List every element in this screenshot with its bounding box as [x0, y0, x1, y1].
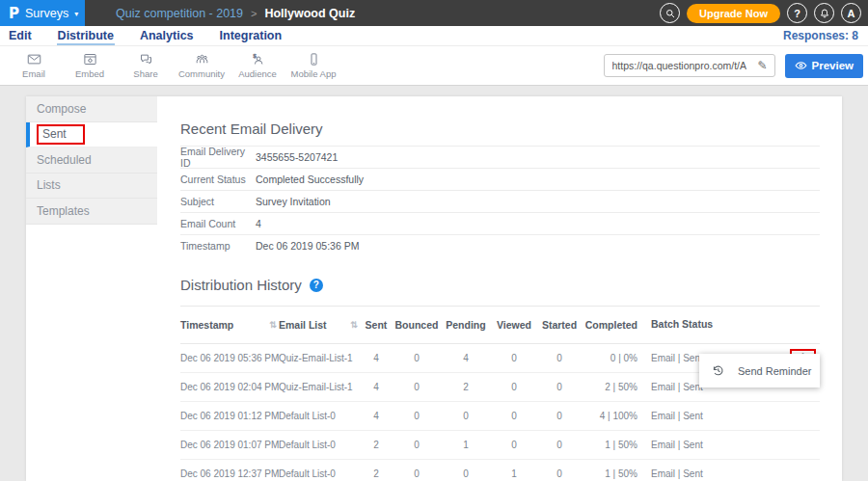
breadcrumb-folder[interactable]: Quiz competition - 2019: [116, 7, 243, 20]
toolbar-item-embed[interactable]: Embed: [62, 52, 118, 79]
cell-viewed: 0: [491, 353, 537, 363]
toolbar-item-label: Mobile App: [290, 68, 336, 79]
responses-count[interactable]: Responses: 8: [783, 29, 858, 42]
cell-bounced: 0: [393, 353, 441, 363]
detail-label: Email Count: [180, 218, 256, 229]
cell-bounced: 0: [393, 382, 441, 392]
toolbar-item-email[interactable]: Email: [6, 52, 62, 79]
column-header-timestamp[interactable]: Timestamp: [180, 319, 267, 331]
cell-viewed: 0: [491, 411, 537, 421]
cell-completed: 4 | 100%: [582, 411, 637, 421]
tab-edit[interactable]: Edit: [8, 27, 33, 45]
cell-pending: 0: [441, 411, 491, 421]
toolbar-right: ✎ Preview: [604, 54, 863, 78]
column-header-email-list[interactable]: Email List: [279, 319, 348, 331]
cell-viewed: 0: [491, 440, 537, 450]
eye-icon: [795, 61, 807, 70]
breadcrumb-separator: >: [251, 8, 257, 19]
page-background: Compose Sent Scheduled Lists Templates R…: [0, 86, 868, 481]
toolbar-item-community[interactable]: Community: [174, 52, 230, 79]
embed-icon: [82, 52, 98, 67]
tab-analytics[interactable]: Analytics: [139, 27, 195, 45]
content-card: Compose Sent Scheduled Lists Templates R…: [26, 96, 842, 481]
cell-bounced: 0: [393, 468, 441, 479]
help-button[interactable]: ?: [787, 3, 807, 23]
detail-row: Timestamp Dec 06 2019 05:36 PM: [180, 234, 820, 256]
bell-icon: [819, 8, 830, 19]
notifications-button[interactable]: [814, 3, 834, 23]
cell-viewed: 1: [491, 468, 537, 479]
cell-email-list: Default List-0: [279, 468, 348, 479]
cell-started: 0: [537, 440, 582, 450]
product-menu-label: Surveys: [25, 7, 68, 20]
account-avatar[interactable]: A: [841, 3, 861, 23]
section-title-text: Distribution History: [180, 277, 302, 293]
sidebar-item-scheduled[interactable]: Scheduled: [26, 147, 157, 174]
sidebar-item-templates[interactable]: Templates: [26, 199, 157, 225]
surveys-product-menu[interactable]: P Surveys ▾: [0, 0, 85, 26]
search-button[interactable]: [660, 3, 680, 23]
cell-bounced: 0: [393, 411, 441, 421]
cell-timestamp: Dec 06 2019 01:12 PM: [180, 411, 267, 421]
help-icon[interactable]: ?: [310, 279, 323, 292]
detail-value: Completed Successfully: [256, 174, 364, 185]
toolbar-item-label: Embed: [75, 68, 104, 79]
cell-started: 0: [537, 468, 582, 479]
column-header-pending: Pending: [441, 319, 491, 331]
column-header-started: Started: [537, 319, 582, 331]
preview-button[interactable]: Preview: [785, 54, 863, 78]
table-row: Dec 06 2019 01:07 PM Default List-0 2 0 …: [180, 431, 820, 460]
sort-icon[interactable]: ⇅: [267, 320, 279, 330]
sent-sidebar: Compose Sent Scheduled Lists Templates: [26, 96, 157, 481]
detail-label: Subject: [180, 196, 256, 207]
toolbar-item-audience[interactable]: $ Audience: [230, 52, 285, 79]
cell-completed: 1 | 50%: [582, 440, 637, 450]
sidebar-item-compose[interactable]: Compose: [26, 96, 157, 122]
chevron-down-icon: ▾: [74, 10, 78, 18]
detail-row: Current Status Completed Successfully: [180, 168, 820, 190]
sidebar-item-lists[interactable]: Lists: [26, 174, 157, 200]
detail-value: Survey Invitation: [256, 196, 331, 207]
edit-url-pencil-icon[interactable]: ✎: [750, 59, 773, 72]
column-header-sent: Sent: [360, 319, 393, 331]
cell-email-list: Quiz-Email-List-1: [279, 382, 348, 392]
distribution-history-table: Timestamp ⇅ Email List ⇅ Sent Bounced Pe…: [180, 306, 820, 481]
cell-timestamp: Dec 06 2019 02:04 PM: [180, 382, 267, 392]
cell-started: 0: [537, 382, 582, 392]
nav-tabs: Edit Distribute Analytics Integration: [8, 27, 283, 45]
survey-url-input[interactable]: [605, 60, 751, 71]
cell-timestamp: Dec 06 2019 12:37 PM: [180, 468, 267, 479]
detail-row: Subject Survey Invitation: [180, 190, 820, 212]
svg-text:$: $: [253, 53, 257, 59]
cell-pending: 0: [441, 468, 491, 479]
community-icon: [194, 52, 210, 67]
sidebar-item-sent[interactable]: Sent: [26, 122, 157, 148]
table-row: Dec 06 2019 12:37 PM Default List-0 2 0 …: [180, 460, 820, 481]
column-header-bounced: Bounced: [393, 319, 441, 331]
cell-email-list: Default List-0: [279, 440, 348, 450]
upgrade-now-button[interactable]: Upgrade Now: [687, 4, 780, 23]
cell-started: 0: [537, 411, 582, 421]
detail-row: Email Count 4: [180, 212, 820, 234]
sort-icon[interactable]: ⇅: [348, 320, 360, 330]
cell-completed: 0 | 0%: [582, 353, 637, 363]
toolbar-item-mobile-app[interactable]: Mobile App: [285, 52, 341, 79]
tab-integration[interactable]: Integration: [219, 27, 284, 45]
toolbar-item-label: Community: [178, 68, 225, 79]
detail-row: Email Delivery ID 3455655-5207421: [180, 146, 820, 168]
survey-nav: Edit Distribute Analytics Integration Re…: [0, 26, 868, 46]
cell-completed: 2 | 50%: [582, 382, 637, 392]
share-icon: [138, 52, 154, 67]
row-context-menu: Send Reminder: [699, 354, 820, 387]
cell-batch-status: Email | Sent: [651, 411, 726, 421]
cell-sent: 4: [360, 353, 393, 363]
menu-item-send-reminder[interactable]: Send Reminder: [738, 365, 811, 377]
toolbar-item-label: Share: [133, 68, 157, 79]
cell-viewed: 0: [491, 382, 537, 392]
top-bar: P Surveys ▾ Quiz competition - 2019 > Ho…: [0, 0, 868, 26]
breadcrumb: Quiz competition - 2019 > Hollywood Quiz: [85, 0, 660, 26]
cell-pending: 2: [441, 382, 491, 392]
tab-distribute[interactable]: Distribute: [57, 27, 115, 45]
toolbar-item-share[interactable]: Share: [118, 52, 174, 79]
column-header-batch-status: Batch Status: [651, 317, 726, 333]
